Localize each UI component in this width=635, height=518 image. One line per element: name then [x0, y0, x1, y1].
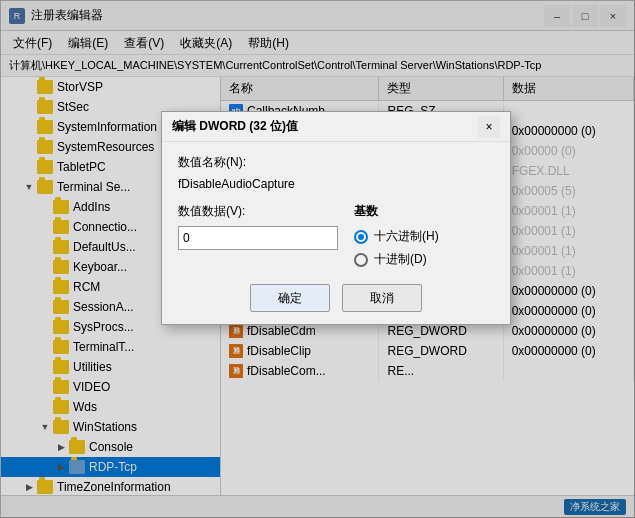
radio-hex-btn — [354, 230, 368, 244]
main-window: R 注册表编辑器 – □ × 文件(F) 编辑(E) 查看(V) 收藏夹(A) … — [0, 0, 635, 518]
dialog-right: 基数 十六进制(H) 十进制(D) — [354, 203, 494, 268]
dialog-data-input[interactable] — [178, 226, 338, 250]
dialog-data-row: 数值数据(V): 基数 十六进制(H) 十进制(D) — [178, 203, 494, 268]
dialog-name-value: fDisableAudioCapture — [178, 177, 494, 191]
radio-dec-label: 十进制(D) — [374, 251, 427, 268]
dialog-left: 数值数据(V): — [178, 203, 338, 250]
radio-dec-btn — [354, 253, 368, 267]
dialog-buttons: 确定 取消 — [178, 284, 494, 312]
radio-hex[interactable]: 十六进制(H) — [354, 228, 494, 245]
dialog-body: 数值名称(N): fDisableAudioCapture 数值数据(V): 基… — [162, 142, 510, 324]
dialog-title-text: 编辑 DWORD (32 位)值 — [172, 118, 298, 135]
dialog-cancel-button[interactable]: 取消 — [342, 284, 422, 312]
radio-hex-label: 十六进制(H) — [374, 228, 439, 245]
dialog-name-label: 数值名称(N): — [178, 154, 494, 171]
dialog-close-button[interactable]: × — [478, 116, 500, 138]
dialog-data-label: 数值数据(V): — [178, 203, 338, 220]
dialog-title-bar: 编辑 DWORD (32 位)值 × — [162, 112, 510, 142]
radio-dec[interactable]: 十进制(D) — [354, 251, 494, 268]
dialog-ok-button[interactable]: 确定 — [250, 284, 330, 312]
radio-group-base: 十六进制(H) 十进制(D) — [354, 228, 494, 268]
dialog-overlay: 编辑 DWORD (32 位)值 × 数值名称(N): fDisableAudi… — [1, 1, 635, 518]
base-label: 基数 — [354, 203, 494, 220]
edit-dword-dialog: 编辑 DWORD (32 位)值 × 数值名称(N): fDisableAudi… — [161, 111, 511, 325]
